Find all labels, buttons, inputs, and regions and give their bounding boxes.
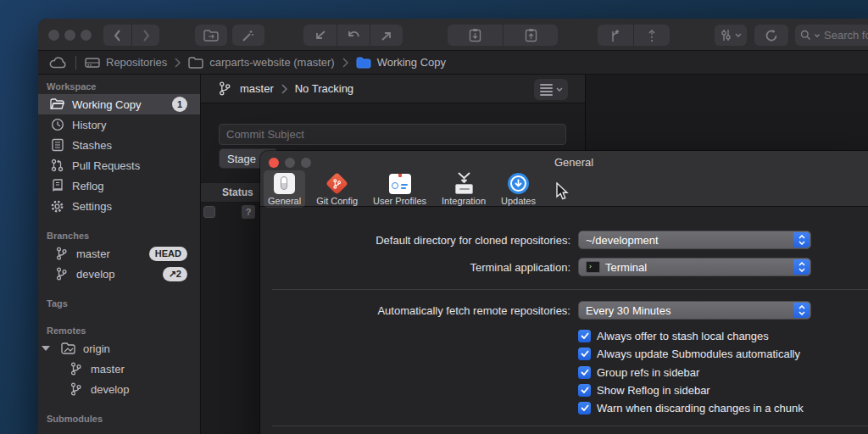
breadcrumb-item-repositories[interactable]: Repositories — [85, 56, 167, 69]
terminal-label: Terminal application: — [260, 261, 570, 274]
view-options-button[interactable] — [715, 25, 747, 46]
group-refs-option: Group refs in sidebar — [578, 365, 699, 379]
arrow-up-right-icon — [380, 30, 393, 42]
checkbox-checked[interactable] — [578, 330, 591, 342]
push-button[interactable] — [370, 25, 403, 46]
checkbox-checked[interactable] — [578, 348, 591, 360]
auto-fetch-select[interactable]: Every 30 Minutes — [578, 301, 811, 320]
discard-button[interactable] — [503, 25, 558, 46]
checkbox-checked[interactable] — [578, 384, 591, 397]
checkbox-checked[interactable] — [578, 402, 591, 415]
tab-integration[interactable]: Integration — [437, 170, 490, 208]
tab-updates[interactable]: Updates — [497, 170, 540, 208]
commit-options-button[interactable] — [534, 79, 568, 100]
section-divider — [272, 289, 868, 290]
sidebar-item-remote-origin[interactable]: origin — [38, 338, 200, 359]
sidebar-item-stashes[interactable]: Stashes — [38, 135, 200, 155]
reflog-icon — [50, 179, 64, 193]
sidebar-section-remotes: Remotes — [38, 322, 200, 338]
pull-button[interactable] — [303, 25, 337, 46]
checkout-button[interactable] — [337, 25, 370, 46]
breadcrumb-item-working-copy[interactable]: Working Copy — [356, 56, 446, 69]
minimize-button[interactable] — [64, 30, 75, 41]
main-toolbar — [38, 19, 868, 51]
sidebar-item-history[interactable]: History — [38, 114, 200, 135]
tracking-label[interactable]: No Tracking — [295, 82, 353, 95]
branch-icon — [54, 267, 69, 281]
checkbox-checked[interactable] — [578, 366, 591, 379]
breadcrumb: Repositories carparts-website (master) W… — [38, 51, 868, 75]
tab-git-config[interactable]: Git Config — [312, 170, 362, 208]
stash-icon — [50, 138, 64, 153]
sidebar-item-working-copy[interactable]: Working Copy 1 — [38, 94, 200, 114]
auto-fetch-row: Automatically fetch remote repositories:… — [260, 301, 811, 320]
untracked-status-badge: ? — [242, 205, 255, 219]
selected-value: ~/development — [586, 234, 659, 247]
checkbox-label: Group refs in sidebar — [597, 366, 699, 379]
search-input[interactable] — [824, 29, 868, 42]
sidebar-item-settings[interactable]: Settings — [38, 196, 200, 216]
chevron-left-icon — [114, 30, 121, 42]
tab-label: Updates — [501, 196, 536, 206]
merge-button[interactable] — [633, 25, 669, 46]
branch-button[interactable] — [598, 25, 633, 46]
divider — [75, 56, 76, 70]
dialog-minimize-button — [285, 158, 295, 168]
sidebar-item-origin-master[interactable]: master — [38, 359, 200, 379]
git-config-icon — [326, 172, 348, 195]
sidebar-item-label: master — [76, 248, 110, 260]
sidebar-item-label: Working Copy — [72, 98, 141, 111]
dialog-title: General — [260, 156, 868, 169]
sidebar-item-origin-develop[interactable]: develop — [38, 379, 200, 399]
clipboard-up-icon — [525, 28, 537, 42]
ahead-badge: ↗2 — [163, 267, 187, 281]
zoom-button[interactable] — [81, 30, 92, 41]
tab-general[interactable]: General — [264, 170, 305, 208]
checkbox-label: Always update Submodules automatically — [597, 348, 800, 360]
forward-button[interactable] — [131, 25, 159, 46]
auto-fetch-label: Automatically fetch remote repositories: — [260, 304, 570, 317]
file-checkbox[interactable] — [203, 206, 215, 218]
search-field[interactable] — [795, 25, 868, 46]
repo-browser-button[interactable] — [195, 25, 227, 46]
dialog-close-button[interactable] — [269, 158, 279, 168]
stepper-icon — [793, 259, 810, 275]
breadcrumb-label: Working Copy — [377, 56, 446, 69]
sidebar-item-label: History — [72, 119, 106, 131]
branch-up-icon — [609, 29, 621, 42]
preferences-tabs: General Git Config User Profiles — [264, 170, 540, 208]
commit-actions-group — [303, 25, 403, 46]
sidebar-item-label: Settings — [72, 200, 112, 213]
blue-folder-icon — [356, 57, 371, 69]
head-badge: HEAD — [149, 247, 187, 261]
chevron-right-icon — [342, 58, 348, 68]
back-button[interactable] — [103, 25, 131, 46]
sidebar-item-reflog[interactable]: Reflog — [38, 175, 200, 196]
user-profiles-icon — [388, 172, 411, 195]
sidebar-item-label: develop — [76, 268, 115, 281]
tab-user-profiles[interactable]: User Profiles — [369, 170, 431, 208]
terminal-select[interactable]: › Terminal — [578, 258, 811, 276]
search-icon — [800, 30, 811, 41]
commit-subject-input[interactable] — [219, 124, 566, 145]
cloud-icon[interactable] — [49, 56, 67, 69]
tab-label: Git Config — [316, 196, 358, 206]
disclosure-triangle-icon[interactable] — [42, 346, 50, 351]
dialog-zoom-button — [301, 158, 311, 168]
sidebar-section-workspace: Workspace — [38, 78, 200, 94]
create-wand-button[interactable] — [232, 25, 264, 46]
sidebar-item-pull-requests[interactable]: Pull Requests — [38, 155, 200, 175]
status-header-label: Status — [222, 186, 253, 198]
breadcrumb-item-repo[interactable]: carparts-website (master) — [188, 56, 334, 69]
sidebar-item-label: origin — [83, 342, 110, 355]
close-button[interactable] — [48, 30, 59, 41]
default-directory-label: Default directory for cloned repositorie… — [260, 234, 570, 247]
current-branch-label[interactable]: master — [240, 82, 274, 95]
branch-icon — [218, 81, 231, 96]
warn-discard-option: Warn when discarding changes in a chunk — [578, 401, 804, 415]
sidebar-item-branch-master[interactable]: master HEAD — [38, 243, 200, 264]
refresh-button[interactable] — [754, 25, 788, 46]
default-directory-select[interactable]: ~/development — [578, 231, 811, 249]
sidebar-item-branch-develop[interactable]: develop ↗2 — [38, 264, 200, 284]
stash-button[interactable] — [448, 25, 503, 46]
